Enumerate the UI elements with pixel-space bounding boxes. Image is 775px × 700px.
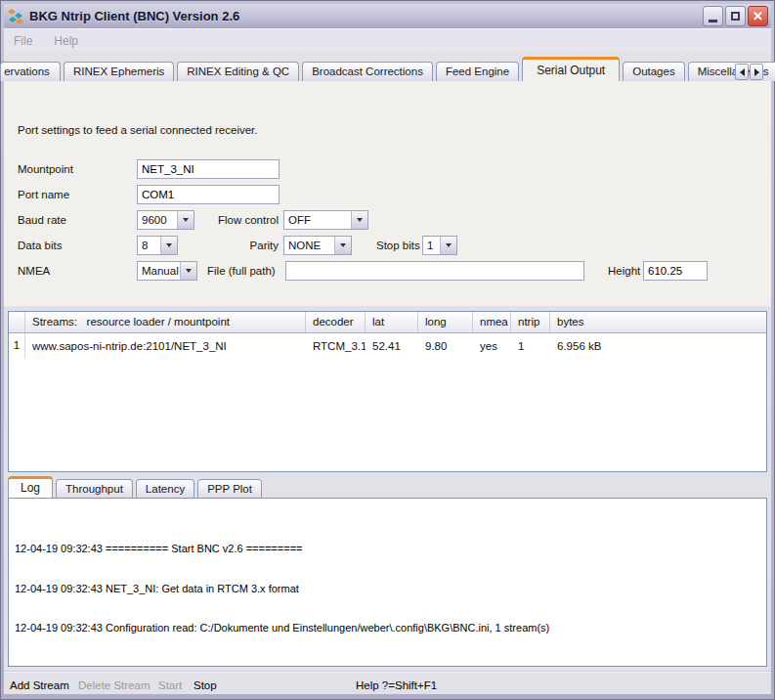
streams-table: Streams: resource loader / mountpoint de…	[8, 311, 767, 472]
port-name-label: Port name	[18, 185, 69, 204]
tab-log[interactable]: Log	[8, 476, 53, 498]
start-button[interactable]: Start	[158, 679, 182, 691]
chevron-down-icon	[180, 262, 196, 280]
port-name-input[interactable]	[137, 185, 280, 204]
column-header-rownum	[9, 312, 25, 332]
log-line: 12-04-19 09:32:43 Configuration read: C:…	[15, 622, 766, 635]
minimize-button[interactable]	[703, 6, 723, 26]
column-header-mountpoint: Streams: resource loader / mountpoint	[25, 312, 306, 332]
titlebar: BKG Ntrip Client (BNC) Version 2.6 ✕	[4, 4, 771, 29]
column-header-long: long	[418, 312, 473, 332]
maximize-icon	[731, 12, 740, 21]
menu-help[interactable]: Help	[54, 34, 78, 48]
tab-observations[interactable]: ervations	[0, 62, 61, 81]
chevron-right-icon	[754, 68, 759, 76]
chevron-down-icon	[440, 237, 456, 254]
height-input[interactable]	[643, 261, 708, 281]
tab-feed-engine[interactable]: Feed Engine	[436, 62, 519, 81]
parity-select[interactable]: NONE	[283, 236, 352, 255]
mountpoint-label: Mountpoint	[18, 159, 73, 179]
row-number: 1	[9, 333, 25, 358]
footer-divider	[4, 671, 771, 672]
cell-bytes: 6.956 kB	[550, 340, 766, 352]
tab-throughput[interactable]: Throughput	[56, 479, 133, 498]
column-header-nmea: nmea	[473, 312, 511, 332]
stop-bits-label: Stop bits	[376, 236, 420, 255]
window-title: BKG Ntrip Client (BNC) Version 2.6	[29, 9, 701, 23]
baud-rate-label: Baud rate	[18, 210, 66, 230]
add-stream-button[interactable]: Add Stream	[10, 679, 69, 691]
page-description: Port settings to feed a serial connected…	[18, 120, 257, 140]
column-header-bytes: bytes	[550, 312, 766, 332]
mountpoint-input[interactable]	[137, 159, 280, 179]
parity-label: Parity	[156, 236, 279, 255]
cell-decoder: RTCM_3.1	[306, 340, 366, 352]
cell-mountpoint: www.sapos-ni-ntrip.de:2101/NET_3_NI	[25, 340, 306, 352]
tab-outages[interactable]: Outages	[623, 62, 684, 81]
chevron-down-icon	[351, 211, 367, 229]
chevron-down-icon	[334, 237, 351, 254]
streams-table-header: Streams: resource loader / mountpoint de…	[9, 312, 766, 333]
stop-button[interactable]: Stop	[194, 679, 217, 691]
client-area: ervations RINEX Ephemeris RINEX Editing …	[4, 53, 771, 694]
chevron-left-icon	[740, 68, 745, 76]
height-label: Height	[608, 261, 640, 281]
tab-serial-output[interactable]: Serial Output	[522, 57, 620, 81]
nmea-label: NMEA	[18, 261, 50, 281]
tab-bar: ervations RINEX Ephemeris RINEX Editing …	[4, 53, 771, 81]
flow-control-select[interactable]: OFF	[283, 210, 368, 230]
table-row[interactable]: 1 www.sapos-ni-ntrip.de:2101/NET_3_NI RT…	[9, 333, 766, 358]
help-shortcut-label: Help ?=Shift+F1	[356, 679, 437, 691]
cell-lat: 52.41	[366, 340, 418, 352]
stop-bits-select[interactable]: 1	[422, 236, 457, 255]
log-panel: 12-04-19 09:32:43 ========== Start BNC v…	[8, 498, 767, 667]
menubar: File Help	[4, 29, 771, 53]
column-header-decoder: decoder	[306, 312, 366, 332]
app-icon	[7, 8, 24, 25]
delete-stream-button[interactable]: Delete Stream	[78, 679, 151, 691]
tab-rinex-editing-qc[interactable]: RINEX Editing & QC	[177, 62, 299, 81]
serial-output-page: Port settings to feed a serial connected…	[4, 81, 771, 306]
footer-bar: Add Stream Delete Stream Start Stop Help…	[4, 676, 771, 694]
data-bits-label: Data bits	[18, 236, 62, 255]
file-path-label: File (full path)	[207, 261, 276, 281]
log-line: 12-04-19 09:32:43 NET_3_NI: Get data in …	[15, 583, 766, 596]
flow-control-label: Flow control	[156, 210, 279, 230]
tab-ppp-plot[interactable]: PPP Plot	[197, 479, 262, 498]
log-line: 12-04-19 09:32:43 ========== Start BNC v…	[15, 543, 766, 556]
close-button[interactable]: ✕	[748, 6, 768, 26]
column-header-ntrip: ntrip	[511, 312, 550, 332]
menu-file[interactable]: File	[14, 34, 32, 48]
maximize-button[interactable]	[725, 6, 746, 26]
tab-rinex-ephemeris[interactable]: RINEX Ephemeris	[64, 62, 174, 81]
cell-long: 9.80	[418, 340, 473, 352]
tab-broadcast-corrections[interactable]: Broadcast Corrections	[302, 62, 433, 81]
nmea-select[interactable]: Manual	[137, 261, 197, 281]
tab-scroll-left-button[interactable]	[735, 64, 749, 80]
cell-nmea: yes	[473, 340, 511, 352]
file-path-input[interactable]	[285, 261, 584, 281]
minimize-icon	[709, 20, 717, 22]
app-window: BKG Ntrip Client (BNC) Version 2.6 ✕ Fil…	[0, 0, 775, 700]
cell-ntrip: 1	[511, 340, 550, 352]
column-header-lat: lat	[366, 312, 418, 332]
tab-latency[interactable]: Latency	[136, 479, 194, 498]
tab-scroll-right-button[interactable]	[750, 64, 763, 80]
bottom-tab-bar: Log Throughput Latency PPP Plot	[8, 476, 265, 498]
